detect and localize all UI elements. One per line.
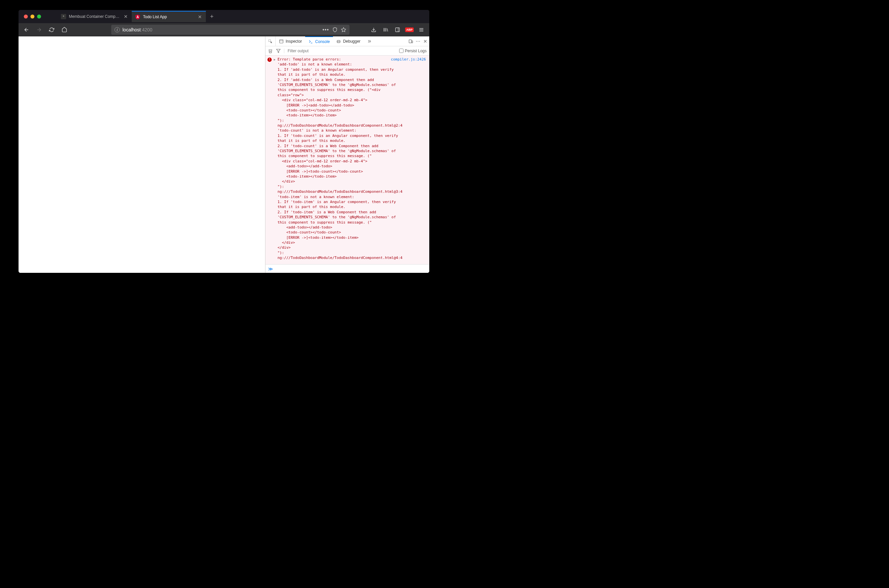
- svg-rect-5: [269, 39, 271, 41]
- url-actions: •••: [322, 27, 346, 33]
- error-icon: !: [268, 57, 272, 62]
- toolbar-right: ABP: [369, 24, 427, 35]
- inspector-icon: [279, 39, 284, 44]
- abp-icon[interactable]: ABP: [404, 24, 415, 35]
- svg-marker-3: [341, 27, 346, 32]
- persist-checkbox[interactable]: [399, 49, 403, 53]
- sidebar-icon[interactable]: [392, 24, 403, 35]
- svg-rect-4: [396, 28, 400, 32]
- console-error-entry: ! ▶ Error: Template parse errors: 'add-t…: [268, 57, 391, 261]
- svg-marker-10: [276, 49, 280, 52]
- url-host: localhost: [122, 27, 141, 32]
- expand-toggle-icon[interactable]: ▶: [274, 57, 275, 261]
- tab-label: Inspector: [286, 39, 302, 44]
- window-close-button[interactable]: [24, 15, 28, 18]
- tab-console[interactable]: Console: [305, 36, 333, 46]
- url-bar[interactable]: i localhost:4200 •••: [111, 25, 349, 35]
- site-info-icon[interactable]: i: [114, 27, 120, 32]
- downloads-icon[interactable]: [369, 24, 379, 35]
- menu-icon[interactable]: [416, 24, 427, 35]
- favicon-icon: ᴺ: [61, 14, 66, 19]
- angular-favicon-icon: A: [135, 14, 140, 20]
- element-picker-button[interactable]: [265, 36, 276, 46]
- svg-rect-9: [412, 40, 413, 43]
- tracking-protection-icon[interactable]: [332, 27, 338, 32]
- reload-button[interactable]: [46, 24, 57, 35]
- bookmark-icon[interactable]: [341, 27, 346, 32]
- new-tab-button[interactable]: +: [206, 10, 218, 22]
- console-filter-bar: Persist Logs: [265, 46, 429, 56]
- tab-bar: ᴺ Membuat Container Component ✕ A Todo L…: [18, 10, 429, 23]
- page-actions-icon[interactable]: •••: [322, 27, 329, 33]
- devtools-menu-icon[interactable]: ⋯: [416, 39, 421, 44]
- console-input-row[interactable]: ≫: [265, 264, 429, 273]
- debugger-icon: [336, 39, 341, 44]
- content-area: Inspector Console Debugger: [18, 36, 429, 273]
- back-button[interactable]: [21, 24, 32, 35]
- url-text: localhost:4200: [122, 27, 320, 32]
- filter-input[interactable]: [287, 49, 396, 53]
- browser-window: ᴺ Membuat Container Component ✕ A Todo L…: [18, 10, 429, 273]
- error-message-text: Error: Template parse errors: 'add-todo'…: [277, 57, 402, 261]
- svg-rect-8: [409, 40, 412, 43]
- home-button[interactable]: [59, 24, 69, 35]
- tab-inspector[interactable]: Inspector: [276, 36, 305, 46]
- forward-button[interactable]: [34, 24, 44, 35]
- tab-debugger[interactable]: Debugger: [333, 36, 364, 46]
- browser-tab-inactive[interactable]: ᴺ Membuat Container Component ✕: [57, 11, 132, 22]
- svg-text:A: A: [136, 15, 139, 19]
- page-viewport: [18, 36, 265, 273]
- browser-tab-active[interactable]: A Todo List App ✕: [132, 11, 206, 22]
- filter-icon[interactable]: [276, 49, 284, 53]
- traffic-lights: [22, 15, 44, 18]
- browser-toolbar: i localhost:4200 •••: [18, 23, 429, 36]
- tab-label: Console: [315, 39, 329, 44]
- devtools-close-icon[interactable]: ✕: [423, 39, 427, 44]
- console-icon: [308, 39, 313, 44]
- window-minimize-button[interactable]: [30, 15, 35, 18]
- tabs-overflow-icon[interactable]: [364, 36, 375, 46]
- console-prompt-icon: ≫: [268, 266, 273, 272]
- devtools-panel: Inspector Console Debugger: [265, 36, 429, 273]
- tab-close-icon[interactable]: ✕: [197, 14, 203, 20]
- responsive-design-icon[interactable]: [408, 39, 413, 44]
- devtools-tabs: Inspector Console Debugger: [265, 36, 429, 46]
- tab-title: Membuat Container Component: [69, 14, 120, 19]
- tab-close-icon[interactable]: ✕: [123, 14, 128, 19]
- tab-label: Debugger: [343, 39, 360, 44]
- window-maximize-button[interactable]: [37, 15, 41, 18]
- clear-console-icon[interactable]: [268, 49, 273, 53]
- persist-logs-checkbox[interactable]: Persist Logs: [399, 49, 427, 53]
- tab-title: Todo List App: [143, 15, 195, 19]
- svg-rect-6: [280, 39, 283, 43]
- url-path: :4200: [141, 27, 152, 32]
- persist-label: Persist Logs: [405, 49, 427, 53]
- console-output[interactable]: compiler.js:2426 ! ▶ Error: Template par…: [265, 56, 429, 264]
- library-icon[interactable]: [380, 24, 391, 35]
